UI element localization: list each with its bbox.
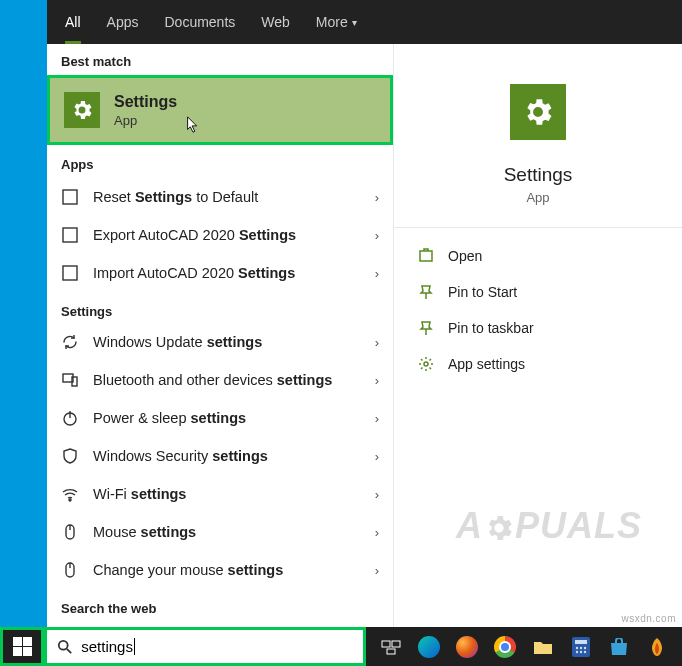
preview-actions: Open Pin to Start Pin to taskbar App set… bbox=[394, 228, 682, 392]
firefox-icon[interactable] bbox=[450, 627, 484, 666]
settings-change-mouse[interactable]: Change your mouse settings › bbox=[47, 551, 393, 589]
svg-rect-22 bbox=[387, 649, 395, 654]
tab-all[interactable]: All bbox=[65, 0, 81, 44]
chevron-right-icon: › bbox=[375, 525, 379, 540]
edge-icon[interactable] bbox=[412, 627, 446, 666]
watermark: APUALS bbox=[456, 505, 642, 547]
calculator-icon[interactable] bbox=[564, 627, 598, 666]
svg-point-17 bbox=[424, 362, 428, 366]
svg-point-30 bbox=[584, 650, 586, 652]
settings-section-label: Settings bbox=[47, 292, 393, 323]
credit-text: wsxdn.com bbox=[621, 613, 676, 624]
chevron-right-icon: › bbox=[375, 449, 379, 464]
update-icon bbox=[61, 333, 79, 351]
start-button[interactable] bbox=[0, 627, 44, 666]
chevron-right-icon: › bbox=[375, 373, 379, 388]
web-result-settings[interactable]: settings - See web results › bbox=[47, 620, 393, 627]
svg-rect-21 bbox=[392, 641, 400, 647]
gear-icon bbox=[510, 84, 566, 140]
store-icon[interactable] bbox=[602, 627, 636, 666]
settings-bluetooth[interactable]: Bluetooth and other devices settings › bbox=[47, 361, 393, 399]
chevron-right-icon: › bbox=[375, 228, 379, 243]
svg-rect-20 bbox=[382, 641, 390, 647]
pin-icon bbox=[418, 320, 434, 336]
chevron-right-icon: › bbox=[375, 563, 379, 578]
taskbar-search[interactable]: settings bbox=[44, 627, 366, 666]
svg-point-18 bbox=[59, 640, 68, 649]
action-open[interactable]: Open bbox=[416, 242, 660, 270]
task-view-icon[interactable] bbox=[374, 627, 408, 666]
settings-windows-security[interactable]: Windows Security settings › bbox=[47, 437, 393, 475]
taskbar: settings bbox=[0, 627, 682, 666]
search-web-label: Search the web bbox=[47, 589, 393, 620]
tab-documents[interactable]: Documents bbox=[164, 0, 235, 44]
svg-rect-14 bbox=[420, 251, 432, 261]
svg-point-25 bbox=[576, 646, 578, 648]
chevron-right-icon: › bbox=[375, 190, 379, 205]
settings-power-sleep[interactable]: Power & sleep settings › bbox=[47, 399, 393, 437]
chevron-right-icon: › bbox=[375, 335, 379, 350]
autocad-icon bbox=[61, 264, 79, 282]
action-pin-taskbar[interactable]: Pin to taskbar bbox=[416, 314, 660, 342]
app-icon[interactable] bbox=[640, 627, 674, 666]
best-match-title: Settings bbox=[114, 93, 177, 111]
search-tabs: All Apps Documents Web More▾ bbox=[47, 0, 682, 44]
best-match-label: Best match bbox=[47, 44, 393, 75]
settings-wifi[interactable]: Wi-Fi settings › bbox=[47, 475, 393, 513]
preview-hero: Settings App bbox=[394, 44, 682, 228]
power-icon bbox=[61, 409, 79, 427]
chevron-down-icon: ▾ bbox=[352, 17, 357, 28]
chevron-right-icon: › bbox=[375, 266, 379, 281]
devices-icon bbox=[61, 371, 79, 389]
windows-logo-icon bbox=[13, 637, 32, 656]
settings-mouse[interactable]: Mouse settings › bbox=[47, 513, 393, 551]
tab-apps[interactable]: Apps bbox=[107, 0, 139, 44]
chrome-icon[interactable] bbox=[488, 627, 522, 666]
autocad-icon bbox=[61, 188, 79, 206]
tab-more[interactable]: More▾ bbox=[316, 0, 357, 44]
svg-rect-24 bbox=[575, 640, 587, 644]
results-column: Best match Settings App Apps Reset Setti… bbox=[47, 44, 394, 627]
mouse-icon bbox=[61, 561, 79, 579]
wifi-icon bbox=[61, 485, 79, 503]
shield-icon bbox=[61, 447, 79, 465]
start-search-panel: All Apps Documents Web More▾ Best match … bbox=[47, 0, 682, 627]
action-app-settings[interactable]: App settings bbox=[416, 350, 660, 378]
pin-icon bbox=[418, 284, 434, 300]
autocad-icon bbox=[61, 226, 79, 244]
app-result-reset-settings[interactable]: Reset Settings to Default › bbox=[47, 178, 393, 216]
svg-point-27 bbox=[584, 646, 586, 648]
search-input-value: settings bbox=[81, 638, 135, 655]
svg-rect-2 bbox=[63, 266, 77, 280]
preview-subtitle: App bbox=[526, 190, 549, 205]
file-explorer-icon[interactable] bbox=[526, 627, 560, 666]
cursor-icon bbox=[186, 116, 200, 134]
mouse-icon bbox=[61, 523, 79, 541]
action-pin-start[interactable]: Pin to Start bbox=[416, 278, 660, 306]
svg-point-7 bbox=[69, 499, 71, 501]
chevron-right-icon: › bbox=[375, 411, 379, 426]
tab-web[interactable]: Web bbox=[261, 0, 290, 44]
svg-point-26 bbox=[580, 646, 582, 648]
svg-point-28 bbox=[576, 650, 578, 652]
settings-windows-update[interactable]: Windows Update settings › bbox=[47, 323, 393, 361]
svg-point-29 bbox=[580, 650, 582, 652]
gear-icon bbox=[418, 356, 434, 372]
search-icon bbox=[57, 639, 73, 655]
svg-line-19 bbox=[67, 648, 71, 652]
best-match-subtitle: App bbox=[114, 113, 177, 128]
best-match-item[interactable]: Settings App bbox=[47, 75, 393, 145]
app-result-import-autocad[interactable]: Import AutoCAD 2020 Settings › bbox=[47, 254, 393, 292]
desktop-left-stripe bbox=[0, 0, 47, 666]
apps-section-label: Apps bbox=[47, 147, 393, 178]
svg-rect-1 bbox=[63, 228, 77, 242]
preview-title: Settings bbox=[504, 164, 573, 186]
open-icon bbox=[418, 248, 434, 264]
gear-icon bbox=[64, 92, 100, 128]
taskbar-apps bbox=[366, 627, 682, 666]
chevron-right-icon: › bbox=[375, 487, 379, 502]
preview-column: Settings App Open Pin to Start Pin to ta… bbox=[394, 44, 682, 627]
svg-rect-0 bbox=[63, 190, 77, 204]
app-result-export-autocad[interactable]: Export AutoCAD 2020 Settings › bbox=[47, 216, 393, 254]
